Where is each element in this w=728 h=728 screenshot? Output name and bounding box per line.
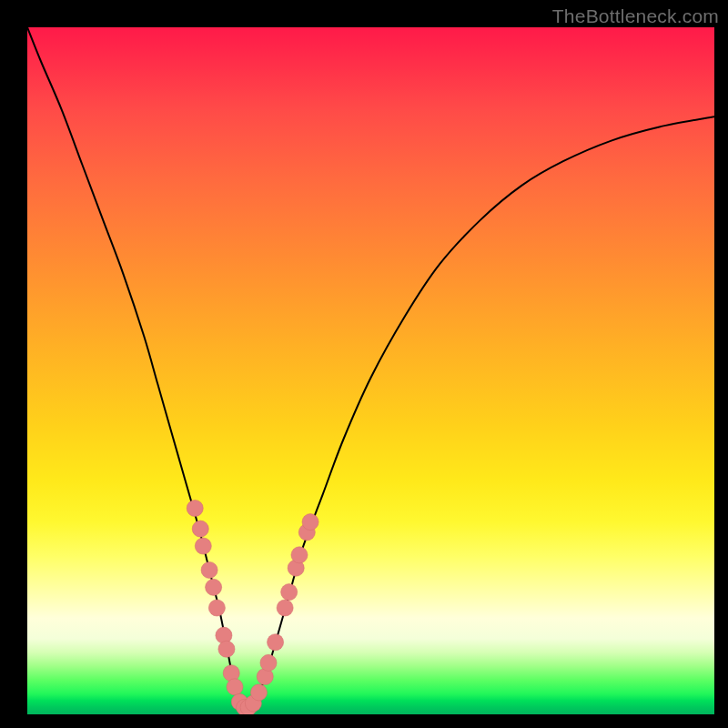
bottleneck-dot xyxy=(302,514,318,531)
bottleneck-dot xyxy=(187,500,203,516)
plot-area xyxy=(27,27,714,714)
chart-svg xyxy=(27,27,714,714)
bottleneck-dot xyxy=(195,538,211,554)
bottleneck-dots-group xyxy=(187,500,318,714)
bottleneck-dot xyxy=(201,561,217,578)
bottleneck-dot xyxy=(268,634,284,651)
bottleneck-dot xyxy=(208,600,225,616)
bottleneck-curve xyxy=(27,27,714,711)
bottleneck-dot xyxy=(291,547,308,563)
bottleneck-dot xyxy=(192,521,208,537)
watermark-label: TheBottleneck.com xyxy=(552,5,719,27)
bottleneck-dot xyxy=(281,584,298,601)
chart-container: TheBottleneck.com xyxy=(0,0,728,728)
bottleneck-dot xyxy=(206,579,222,595)
bottleneck-dot xyxy=(218,641,235,657)
bottleneck-dot xyxy=(277,600,293,616)
bottleneck-dot xyxy=(260,654,277,671)
bottleneck-dot xyxy=(250,684,267,701)
bottleneck-dot xyxy=(227,679,243,695)
